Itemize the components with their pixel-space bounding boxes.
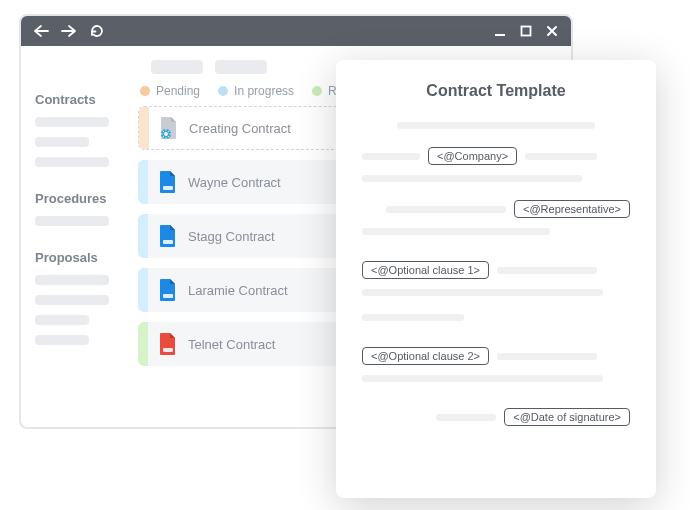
- text-placeholder: [362, 289, 603, 296]
- text-placeholder: [397, 122, 595, 129]
- text-placeholder: [362, 375, 603, 382]
- svg-line-8: [163, 131, 164, 132]
- merge-field-optional-1[interactable]: <@Optional clause 1>: [362, 261, 489, 279]
- status-accent: [138, 214, 148, 258]
- sidebar-item-placeholder[interactable]: [35, 137, 89, 147]
- sidebar-item-placeholder[interactable]: [35, 117, 109, 127]
- forward-icon[interactable]: [61, 24, 77, 38]
- text-placeholder: [362, 314, 464, 321]
- legend-in-progress: In progress: [218, 84, 294, 98]
- sidebar-item-placeholder[interactable]: [35, 335, 89, 345]
- back-icon[interactable]: [33, 24, 49, 38]
- contract-template-preview: Contract Template <@Company> <@Represent…: [336, 60, 656, 498]
- text-placeholder: [362, 228, 550, 235]
- text-placeholder: [525, 153, 597, 160]
- svg-rect-15: [163, 240, 173, 244]
- svg-line-10: [163, 136, 164, 137]
- sidebar-item-placeholder[interactable]: [35, 295, 109, 305]
- sidebar-item-placeholder[interactable]: [35, 275, 109, 285]
- status-dot-pending-icon: [140, 86, 150, 96]
- status-accent: [139, 107, 149, 149]
- text-placeholder: [386, 206, 506, 213]
- sidebar: Contracts Procedures Proposals: [21, 80, 138, 427]
- status-dot-inprogress-icon: [218, 86, 228, 96]
- sidebar-heading-contracts[interactable]: Contracts: [35, 92, 128, 107]
- svg-line-9: [168, 136, 169, 137]
- file-doc-icon: [158, 224, 178, 248]
- file-doc-icon: [158, 170, 178, 194]
- sidebar-heading-proposals[interactable]: Proposals: [35, 250, 128, 265]
- svg-rect-14: [163, 186, 173, 190]
- legend-label: Pending: [156, 84, 200, 98]
- svg-rect-16: [163, 294, 173, 298]
- file-pdf-icon: [158, 332, 178, 356]
- template-title: Contract Template: [362, 82, 630, 100]
- merge-field-signature-date[interactable]: <@Date of signature>: [504, 408, 630, 426]
- reload-icon[interactable]: [89, 23, 105, 39]
- text-placeholder: [436, 414, 496, 421]
- merge-field-representative[interactable]: <@Representative>: [514, 200, 630, 218]
- text-placeholder: [362, 175, 582, 182]
- svg-rect-17: [163, 348, 173, 352]
- sidebar-item-placeholder[interactable]: [35, 315, 89, 325]
- status-accent: [138, 322, 148, 366]
- status-accent: [138, 160, 148, 204]
- titlebar: [21, 16, 571, 46]
- text-placeholder: [497, 353, 597, 360]
- merge-field-optional-2[interactable]: <@Optional clause 2>: [362, 347, 489, 365]
- status-dot-reviewed-icon: [312, 86, 322, 96]
- legend-label: In progress: [234, 84, 294, 98]
- file-settings-icon: [159, 116, 179, 140]
- minimize-icon[interactable]: [493, 24, 507, 38]
- svg-point-3: [164, 132, 168, 136]
- text-placeholder: [362, 153, 420, 160]
- sidebar-item-placeholder[interactable]: [35, 157, 109, 167]
- legend-pending: Pending: [140, 84, 200, 98]
- sidebar-item-placeholder[interactable]: [35, 216, 109, 226]
- toolbar-placeholder: [151, 60, 203, 74]
- toolbar-placeholder: [215, 60, 267, 74]
- svg-line-11: [168, 131, 169, 132]
- sidebar-heading-procedures[interactable]: Procedures: [35, 191, 128, 206]
- close-icon[interactable]: [545, 24, 559, 38]
- text-placeholder: [497, 267, 597, 274]
- svg-rect-1: [522, 27, 531, 36]
- merge-field-company[interactable]: <@Company>: [428, 147, 517, 165]
- maximize-icon[interactable]: [519, 24, 533, 38]
- file-doc-icon: [158, 278, 178, 302]
- status-accent: [138, 268, 148, 312]
